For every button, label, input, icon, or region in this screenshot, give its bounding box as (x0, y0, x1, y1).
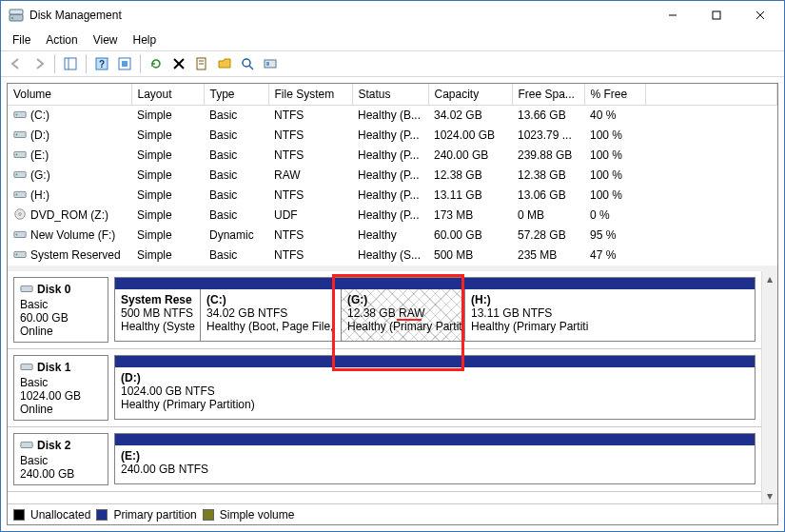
window-title: Disk Management (29, 9, 651, 22)
partition[interactable]: (E:) 240.00 GB NTFS (115, 445, 755, 483)
partition-name: (G:) (347, 293, 459, 306)
disk-header[interactable]: Disk 0 Basic 60.00 GB Online (13, 277, 108, 343)
separator (54, 54, 55, 73)
disk-header[interactable]: Disk 1 Basic 1024.00 GB Online (13, 355, 108, 421)
titlebar[interactable]: Disk Management (1, 1, 784, 30)
column-header[interactable]: Capacity (428, 84, 512, 105)
svg-rect-38 (21, 286, 32, 291)
scroll-up-icon[interactable]: ▴ (762, 271, 778, 287)
properties-button[interactable] (190, 52, 213, 75)
client-area: VolumeLayoutTypeFile SystemStatusCapacit… (1, 77, 784, 531)
window-controls (651, 1, 782, 30)
svg-rect-7 (65, 58, 76, 69)
svg-point-2 (11, 17, 13, 19)
show-hide-console-tree-button[interactable] (59, 52, 82, 75)
svg-point-25 (16, 133, 18, 135)
partition-status: Healthy (Boot, Page File, (206, 320, 335, 333)
disk-header[interactable]: Disk 2 Basic 240.00 GB (13, 433, 108, 485)
disk-icon (20, 360, 33, 376)
volume-icon (13, 247, 27, 264)
partition[interactable]: (C:) 34.02 GB NTFS Healthy (Boot, Page F… (201, 289, 342, 341)
settings-button[interactable] (113, 52, 136, 75)
volume-list[interactable]: VolumeLayoutTypeFile SystemStatusCapacit… (8, 84, 777, 271)
svg-rect-20 (265, 60, 276, 68)
svg-rect-1 (10, 10, 23, 14)
open-button[interactable] (213, 52, 236, 75)
disk-row: Disk 1 Basic 1024.00 GB Online(D:) 1024.… (8, 349, 761, 427)
disk-icon (20, 282, 33, 298)
action-button[interactable] (259, 52, 282, 75)
toolbar: ? (1, 50, 784, 77)
disk-row: Disk 2 Basic 240.00 GB (E:) 240.00 GB NT… (8, 427, 761, 492)
menu-help[interactable]: Help (126, 31, 165, 49)
partition-name: (C:) (206, 293, 335, 306)
partition[interactable]: (H:) 13.11 GB NTFS Healthy (Primary Part… (465, 289, 606, 341)
volume-icon (13, 148, 27, 164)
back-button[interactable] (5, 52, 28, 75)
table-row[interactable]: (D:)SimpleBasicNTFSHealthy (P...1024.00 … (8, 126, 777, 146)
disk-map[interactable]: Disk 0 Basic 60.00 GB OnlineSystem Rese … (8, 271, 761, 504)
partition-size: 34.02 GB NTFS (206, 306, 335, 320)
column-header[interactable]: Layout (131, 84, 204, 105)
minimize-button[interactable] (651, 1, 695, 30)
partition-size: 500 MB NTFS (121, 306, 194, 320)
legend-swatch (96, 509, 108, 521)
table-row[interactable]: DVD_ROM (Z:)SimpleBasicUDFHealthy (P...1… (8, 206, 777, 226)
table-row[interactable]: (G:)SimpleBasicRAWHealthy (P...12.38 GB1… (8, 166, 777, 186)
svg-line-19 (249, 66, 253, 69)
delete-button[interactable] (167, 52, 190, 75)
menu-file[interactable]: File (5, 31, 38, 49)
partition[interactable]: (G:) 12.38 GB RAW Healthy (Primary Parti… (342, 289, 465, 341)
svg-point-33 (19, 212, 22, 215)
table-row[interactable]: System ReservedSimpleBasicNTFSHealthy (S… (8, 246, 777, 266)
partition-name: (E:) (121, 449, 749, 463)
column-header[interactable]: Status (352, 84, 428, 105)
partition-size: 1024.00 GB NTFS (121, 384, 749, 398)
column-header[interactable]: Type (204, 84, 268, 105)
menu-view[interactable]: View (86, 31, 126, 49)
volume-name: (H:) (30, 188, 49, 202)
svg-point-23 (16, 113, 18, 115)
forward-button[interactable] (28, 52, 50, 75)
partition-status: Healthy (Syste (121, 320, 194, 333)
app-icon (9, 8, 24, 23)
disk-row: Disk 0 Basic 60.00 GB OnlineSystem Rese … (8, 271, 761, 349)
explore-button[interactable] (236, 52, 259, 75)
disk-state: Online (20, 403, 102, 416)
partition-status: Healthy (Primary Partit (347, 320, 459, 333)
close-button[interactable] (738, 1, 782, 30)
table-row[interactable]: (E:)SimpleBasicNTFSHealthy (P...240.00 G… (8, 146, 777, 166)
vertical-scrollbar[interactable]: ▴ ▾ (761, 271, 777, 504)
partition-name: (D:) (121, 371, 749, 384)
svg-text:?: ? (99, 59, 105, 69)
refresh-button[interactable] (145, 52, 167, 75)
column-header[interactable]: Free Spa... (512, 84, 584, 105)
scroll-down-icon[interactable]: ▾ (762, 487, 778, 503)
legend-label: Unallocated (30, 508, 90, 522)
partition-status: Healthy (Primary Partition) (121, 398, 749, 411)
svg-point-37 (16, 253, 18, 255)
column-header[interactable]: File System (268, 84, 352, 105)
partition[interactable]: System Rese 500 MB NTFS Healthy (Syste (115, 289, 201, 341)
table-row[interactable]: (C:)SimpleBasicNTFSHealthy (B...34.02 GB… (8, 105, 777, 126)
column-header[interactable]: Volume (8, 84, 131, 105)
menu-action[interactable]: Action (38, 31, 85, 49)
disk-size: 60.00 GB (20, 311, 102, 325)
table-row[interactable]: (H:)SimpleBasicNTFSHealthy (P...13.11 GB… (8, 186, 777, 206)
disk-kind: Basic (20, 454, 102, 467)
legend-swatch (13, 509, 25, 521)
partition-size: 240.00 GB NTFS (121, 463, 749, 476)
table-row[interactable]: New Volume (F:)SimpleDynamicNTFSHealthy6… (8, 226, 777, 246)
svg-rect-0 (10, 14, 23, 21)
disk-size: 1024.00 GB (20, 389, 102, 403)
volume-name: System Reserved (30, 248, 121, 262)
svg-point-27 (16, 153, 18, 155)
svg-point-18 (243, 59, 250, 67)
volume-icon (13, 187, 27, 204)
maximize-button[interactable] (695, 1, 738, 30)
volume-icon (13, 108, 27, 124)
column-header[interactable]: % Free (584, 84, 645, 105)
legend-label: Simple volume (220, 508, 295, 522)
partition[interactable]: (D:) 1024.00 GB NTFS Healthy (Primary Pa… (115, 367, 755, 419)
help-button[interactable]: ? (90, 52, 113, 75)
